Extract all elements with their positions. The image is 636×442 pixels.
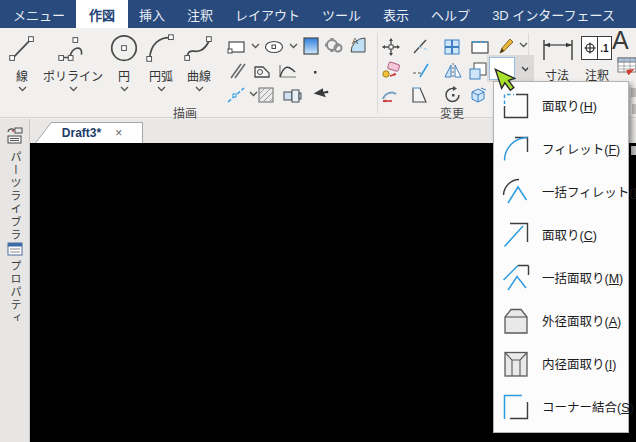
chevron-down-icon[interactable] xyxy=(289,43,298,49)
tolerance-annotation-icon[interactable]: .1 xyxy=(581,36,612,60)
double-line-tool-icon[interactable] xyxy=(227,61,247,81)
menu-item-corner-join[interactable]: コーナー結合(S) xyxy=(494,385,628,428)
insert-block-gear-icon[interactable] xyxy=(324,35,344,55)
mirror-tool-icon[interactable] xyxy=(443,61,463,81)
hatch-area-tool-icon[interactable] xyxy=(256,85,276,105)
menu-item-fillet[interactable]: フィレット(F) xyxy=(494,127,628,170)
circle-tool-label: 円 xyxy=(118,67,130,84)
left-sidebar: パーツライブラリ プロパティ xyxy=(0,119,30,442)
document-tab-title: Draft3* xyxy=(62,126,101,140)
center-mark-icon xyxy=(582,37,598,59)
svg-text:A: A xyxy=(352,36,358,46)
line-icon xyxy=(5,32,39,66)
rotate-tool-icon[interactable] xyxy=(443,85,463,105)
polyline-icon xyxy=(56,32,90,66)
menu-tab-help[interactable]: ヘルプ xyxy=(420,0,481,28)
pointer-arrow-icon[interactable] xyxy=(312,85,332,105)
chevron-down-icon[interactable] xyxy=(251,43,260,49)
copy-erase-tool-icon[interactable] xyxy=(381,61,401,81)
inner-chamfer-icon xyxy=(501,349,531,379)
menu-tab-tools[interactable]: ツール xyxy=(311,0,372,28)
menu-item-chamfer-c[interactable]: 面取り(C) xyxy=(494,213,628,256)
dimension-icon[interactable] xyxy=(541,38,575,62)
properties-icon[interactable] xyxy=(7,242,23,256)
sidebar-tab-parts-library[interactable]: パーツライブラリ xyxy=(7,151,23,255)
menu-item-outer-chamfer[interactable]: 外径面取り(A) xyxy=(494,299,628,342)
chevron-down-icon[interactable] xyxy=(195,86,204,92)
pattern-array-tool-icon[interactable] xyxy=(442,37,462,57)
circle-icon xyxy=(107,32,141,66)
clipped-icon-fragment xyxy=(631,146,636,155)
extend-tool-icon[interactable] xyxy=(411,61,431,81)
text-on-arc-tool-icon[interactable]: A xyxy=(348,35,368,55)
menu-tab-insert[interactable]: 挿入 xyxy=(128,0,176,28)
explode-3d-tool-icon[interactable] xyxy=(468,85,488,105)
menu-tab-menu[interactable]: メニュー xyxy=(2,0,76,28)
spline-tool-button[interactable]: 曲線 xyxy=(181,32,217,92)
table-tool-icon[interactable] xyxy=(617,57,636,75)
polyline-tool-label: ポリライン xyxy=(43,67,103,84)
curve-function-tool-icon[interactable] xyxy=(278,61,298,81)
spline-tool-label: 曲線 xyxy=(187,67,211,84)
arc-icon xyxy=(144,32,178,66)
region-tool-icon[interactable] xyxy=(252,61,272,81)
parts-library-icon[interactable] xyxy=(5,126,25,146)
hatch-gradient-tool-icon[interactable] xyxy=(301,36,321,56)
polyline-tool-button[interactable]: ポリライン xyxy=(42,32,104,92)
arc-tool-button[interactable]: 円弧 xyxy=(143,32,179,92)
corner-join-icon xyxy=(501,392,531,422)
mouse-cursor-icon xyxy=(494,66,518,96)
construction-line-tool-icon[interactable] xyxy=(226,85,246,105)
chamfer-icon xyxy=(501,220,531,250)
close-tab-icon[interactable]: × xyxy=(111,126,126,140)
arc-tool-label: 円弧 xyxy=(149,67,173,84)
chevron-down-icon[interactable] xyxy=(120,86,129,92)
chevron-down-icon[interactable] xyxy=(519,42,528,48)
solid-extrude-tool-icon[interactable] xyxy=(282,85,302,105)
group-separator xyxy=(377,33,378,113)
line-tool-button[interactable]: 線 xyxy=(4,32,40,92)
text-tool-button[interactable]: A xyxy=(612,26,629,55)
spline-icon xyxy=(182,32,216,66)
rectangle-tool-icon[interactable] xyxy=(227,37,247,57)
move-tool-icon[interactable] xyxy=(381,37,401,57)
clipped-icon-fragment xyxy=(632,104,636,114)
menu-tab-layout[interactable]: レイアウト xyxy=(224,0,311,28)
menu-item-multi-chamfer[interactable]: 一括面取り(M) xyxy=(494,256,628,299)
menu-tab-3d-interface[interactable]: 3D インターフェース xyxy=(481,0,626,28)
menu-item-multi-fillet[interactable]: 一括フィレット(L) xyxy=(494,170,628,213)
multi-fillet-icon xyxy=(501,177,531,207)
menu-tab-view[interactable]: 表示 xyxy=(372,0,420,28)
taper-tool-icon[interactable] xyxy=(410,85,430,105)
grip-edit-tool-icon[interactable] xyxy=(380,85,400,105)
corner-overlap-tool-icon[interactable] xyxy=(468,61,488,81)
tolerance-value: .1 xyxy=(598,37,611,59)
menu-bar: メニュー 作図 挿入 注釈 レイアウト ツール 表示 ヘルプ 3D インターフェ… xyxy=(0,0,636,28)
edit-pencil-icon[interactable] xyxy=(495,36,515,56)
menu-tab-draw-active[interactable]: 作図 xyxy=(76,0,128,28)
clipped-icon-fragment xyxy=(631,88,636,97)
multi-chamfer-icon xyxy=(501,263,531,293)
line-tool-label: 線 xyxy=(16,67,28,84)
menu-tab-annotate[interactable]: 注釈 xyxy=(176,0,224,28)
point-tool-icon[interactable] xyxy=(305,62,325,82)
document-tab[interactable]: Draft3* × xyxy=(35,122,143,143)
outer-chamfer-icon xyxy=(501,306,531,336)
circle-tool-button[interactable]: 円 xyxy=(106,32,142,92)
trim-tool-icon[interactable] xyxy=(411,37,431,57)
stretch-tool-icon[interactable] xyxy=(470,37,490,57)
chevron-down-icon[interactable] xyxy=(157,86,166,92)
ellipse-tool-icon[interactable] xyxy=(264,37,284,57)
chevron-down-icon[interactable] xyxy=(18,86,27,92)
chevron-down-icon[interactable] xyxy=(69,86,78,92)
fillet-icon xyxy=(501,134,531,164)
menu-item-inner-chamfer[interactable]: 内径面取り(I) xyxy=(494,342,628,385)
fillet-chamfer-dropdown-menu: 面取り(H) フィレット(F) 一括フィレット(L) 面取り(C) 一括面取り(… xyxy=(493,81,629,433)
sidebar-tab-properties[interactable]: プロパティ xyxy=(7,260,23,325)
